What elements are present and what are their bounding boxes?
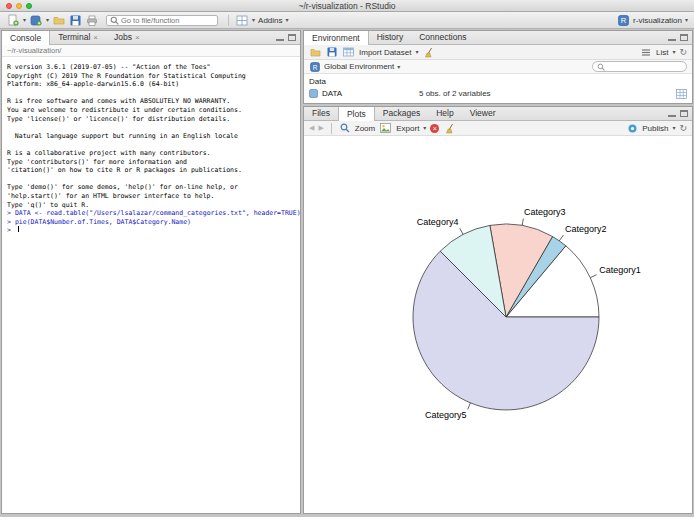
pie-label-2: Category2 [565, 224, 607, 234]
view-mode-icon[interactable] [640, 46, 652, 59]
scope-caret-icon[interactable]: ▾ [397, 64, 400, 70]
tab-terminal[interactable]: Terminal × [50, 31, 106, 44]
view-mode-label[interactable]: List [656, 48, 668, 57]
environment-object-row[interactable]: DATA 5 obs. of 2 variables [304, 87, 692, 100]
tab-plots[interactable]: Plots [338, 107, 375, 121]
goto-file-input[interactable] [121, 16, 211, 25]
save-button[interactable] [69, 14, 82, 27]
minimize-pane-icon[interactable] [668, 34, 676, 41]
tab-help[interactable]: Help [428, 107, 461, 120]
export-caret-icon[interactable]: ▾ [423, 125, 426, 131]
view-mode-caret-icon[interactable]: ▾ [672, 49, 675, 55]
environment-toolbar: Import Dataset ▾ List ▾ ↻ [304, 45, 692, 60]
tab-console[interactable]: Console [2, 31, 50, 45]
project-menu-icon[interactable]: R [617, 14, 630, 27]
zoom-window-button[interactable] [26, 3, 32, 9]
new-file-icon [7, 14, 19, 26]
close-window-button[interactable] [6, 3, 12, 9]
environment-search[interactable] [592, 61, 687, 72]
console-command-1: DATA <- read.table("/Users/lsalazar/comm… [15, 209, 301, 217]
zoom-plot-button[interactable] [339, 122, 351, 135]
project-menu[interactable]: r-visualization [633, 16, 682, 25]
publish-caret-icon[interactable]: ▾ [672, 125, 675, 131]
open-file-button[interactable] [52, 14, 66, 27]
svg-text:R: R [313, 63, 318, 70]
tab-environment[interactable]: Environment [304, 31, 369, 45]
new-file-button[interactable] [6, 14, 20, 27]
traffic-lights [6, 3, 32, 9]
import-dataset-caret-icon[interactable]: ▾ [415, 49, 418, 55]
open-folder-icon [310, 47, 321, 57]
publish-label[interactable]: Publish [642, 124, 668, 133]
remove-plot-icon[interactable]: × [430, 124, 439, 133]
console-pane-controls [276, 34, 296, 41]
open-folder-icon [53, 15, 65, 25]
plot-area: Category1Category2Category3Category4Cate… [304, 136, 692, 513]
plots-tabbar: Files Plots Packages Help Viewer [304, 107, 692, 121]
tab-packages[interactable]: Packages [375, 107, 428, 120]
maximize-pane-icon[interactable] [680, 34, 688, 41]
environment-search-input[interactable] [607, 62, 682, 71]
new-file-caret-icon[interactable]: ▾ [23, 17, 26, 23]
addins-menu[interactable]: Addins [258, 16, 282, 25]
project-icon: R [618, 15, 629, 26]
environment-tabbar: Environment History Connections [304, 31, 692, 45]
toolbar-separator [228, 15, 229, 26]
tab-jobs-close-icon[interactable]: × [135, 31, 140, 44]
load-workspace-button[interactable] [309, 46, 322, 59]
console-pane: Console Terminal × Jobs × ~/r-visualizat… [1, 30, 301, 514]
tab-viewer-label: Viewer [470, 107, 496, 120]
tab-history[interactable]: History [369, 31, 411, 44]
maximize-pane-icon[interactable] [680, 110, 688, 117]
refresh-environment-icon[interactable]: ↻ [679, 48, 687, 57]
export-plot-button[interactable] [379, 122, 392, 135]
previous-plot-icon[interactable]: ◀ [309, 124, 314, 132]
print-button[interactable] [85, 14, 99, 27]
console-startup-text: R version 3.6.1 (2019-07-05) -- "Action … [7, 63, 300, 209]
refresh-plot-icon[interactable]: ↻ [679, 124, 687, 133]
export-label[interactable]: Export [396, 124, 419, 133]
goto-file-search[interactable] [106, 15, 218, 26]
view-data-grid-icon[interactable] [676, 89, 687, 99]
console-working-dir: ~/r-visualization/ [2, 45, 300, 57]
publish-button[interactable] [627, 122, 638, 135]
panes-grid-icon [236, 15, 248, 26]
minimize-pane-icon[interactable] [276, 34, 284, 41]
maximize-pane-icon[interactable] [288, 34, 296, 41]
console-prompt: > [7, 218, 11, 226]
list-icon [641, 48, 651, 57]
minimize-window-button[interactable] [16, 3, 22, 9]
project-caret-icon[interactable]: ▾ [685, 17, 688, 23]
panes-caret-icon[interactable]: ▾ [252, 17, 255, 23]
console-prompt: > [7, 226, 11, 234]
tab-viewer[interactable]: Viewer [462, 107, 504, 120]
console-tabbar: Console Terminal × Jobs × [2, 31, 300, 45]
minimize-pane-icon[interactable] [668, 110, 676, 117]
next-plot-icon[interactable]: ▶ [318, 124, 323, 132]
new-project-icon [30, 14, 42, 26]
tab-terminal-label: Terminal [58, 31, 90, 44]
dataframe-icon [309, 89, 318, 98]
console-output[interactable]: R version 3.6.1 (2019-07-05) -- "Action … [2, 57, 300, 235]
new-project-button[interactable] [29, 14, 43, 27]
workspace-panes-button[interactable] [235, 14, 249, 27]
pie-label-5: Category5 [425, 410, 467, 420]
tab-jobs[interactable]: Jobs × [106, 31, 148, 44]
new-project-caret-icon[interactable]: ▾ [46, 17, 49, 23]
tab-jobs-label: Jobs [114, 31, 132, 44]
import-dataset-label[interactable]: Import Dataset [359, 48, 411, 57]
save-workspace-button[interactable] [326, 46, 338, 59]
clear-environment-button[interactable] [422, 46, 435, 59]
pie-chart: Category1Category2Category3Category4Cate… [304, 136, 692, 513]
environment-scope-selector[interactable]: Global Environment [324, 62, 394, 71]
addins-caret-icon[interactable]: ▾ [286, 17, 289, 23]
tab-packages-label: Packages [383, 107, 420, 120]
pie-label-line-4 [460, 228, 463, 234]
zoom-label[interactable]: Zoom [355, 124, 375, 133]
import-dataset-button[interactable] [342, 46, 355, 59]
tab-connections[interactable]: Connections [411, 31, 474, 44]
console-input-line[interactable]: > [7, 226, 300, 235]
tab-terminal-close-icon[interactable]: × [93, 31, 98, 44]
tab-files[interactable]: Files [304, 107, 338, 120]
clear-all-plots-button[interactable] [443, 122, 456, 135]
